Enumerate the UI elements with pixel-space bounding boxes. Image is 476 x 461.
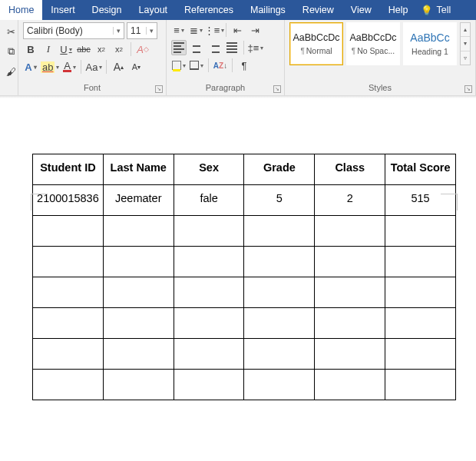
table-cell[interactable] bbox=[385, 308, 456, 339]
borders-button[interactable]: ▾ bbox=[189, 58, 204, 73]
increase-indent-button[interactable]: ⇥ bbox=[248, 22, 263, 38]
shading-button[interactable]: ▾ bbox=[171, 58, 187, 73]
table-cell[interactable] bbox=[315, 216, 385, 247]
table-cell[interactable] bbox=[33, 339, 104, 370]
align-right-button[interactable] bbox=[207, 40, 222, 55]
table-cell[interactable] bbox=[244, 216, 315, 247]
table-cell[interactable] bbox=[385, 216, 456, 247]
col-student-id[interactable]: Student ID bbox=[33, 154, 104, 185]
table-cell[interactable] bbox=[244, 370, 315, 400]
shrink-font-button[interactable]: A▾ bbox=[128, 59, 144, 75]
table-row[interactable] bbox=[33, 216, 456, 247]
table-row[interactable]: 2100015836Jeematerfale52515 bbox=[33, 185, 456, 216]
document-area[interactable]: Student ID Last Name Sex Grade Class Tot… bbox=[0, 154, 476, 400]
table-cell[interactable] bbox=[385, 339, 456, 370]
format-painter-button[interactable]: 🖌 bbox=[3, 64, 18, 79]
bullets-button[interactable]: ≡▾ bbox=[171, 22, 187, 38]
table-cell[interactable]: Jeemater bbox=[103, 185, 174, 216]
table-cell[interactable] bbox=[244, 247, 315, 277]
table-cell[interactable] bbox=[315, 247, 385, 277]
font-color-button[interactable]: A▾ bbox=[61, 59, 77, 75]
table-cell[interactable] bbox=[174, 370, 244, 400]
table-cell[interactable] bbox=[315, 308, 385, 339]
scroll-down-icon[interactable]: ▾ bbox=[461, 37, 470, 51]
tab-help[interactable]: Help bbox=[380, 0, 417, 20]
col-grade[interactable]: Grade bbox=[244, 154, 315, 185]
font-family-combo[interactable]: Calibri (Body) ▾ bbox=[23, 22, 124, 39]
col-last-name[interactable]: Last Name bbox=[103, 154, 174, 185]
decrease-indent-button[interactable]: ⇤ bbox=[230, 22, 246, 38]
tab-insert[interactable]: Insert bbox=[42, 0, 83, 20]
strikethrough-button[interactable]: abc bbox=[76, 41, 91, 57]
table-cell[interactable] bbox=[174, 277, 244, 308]
font-size-combo[interactable]: 11 ▾ bbox=[127, 22, 157, 39]
scroll-up-icon[interactable]: ▴ bbox=[461, 23, 470, 37]
grow-font-button[interactable]: A▴ bbox=[111, 59, 126, 75]
table-cell[interactable]: fale bbox=[174, 185, 244, 216]
table-cell[interactable] bbox=[103, 370, 174, 400]
clear-formatting-button[interactable]: A◇ bbox=[135, 41, 150, 57]
table-cell[interactable]: 2 bbox=[315, 185, 385, 216]
paragraph-dialog-launcher[interactable]: ↘ bbox=[273, 85, 281, 93]
line-spacing-button[interactable]: ‡≡▾ bbox=[248, 40, 263, 55]
tab-review[interactable]: Review bbox=[294, 0, 342, 20]
tab-references[interactable]: References bbox=[176, 0, 242, 20]
table-cell[interactable] bbox=[33, 308, 104, 339]
style-heading-1[interactable]: AaBbCc Heading 1 bbox=[403, 22, 457, 65]
table-row[interactable] bbox=[33, 339, 456, 370]
tab-home[interactable]: Home bbox=[0, 0, 42, 20]
col-total-score[interactable]: Total Score bbox=[385, 154, 456, 185]
style-no-spacing[interactable]: AaBbCcDc ¶No Spac... bbox=[346, 22, 400, 65]
table-cell[interactable]: 5 bbox=[244, 185, 315, 216]
highlight-button[interactable]: ab▾ bbox=[41, 59, 59, 75]
tab-view[interactable]: View bbox=[342, 0, 380, 20]
table-cell[interactable] bbox=[244, 277, 315, 308]
table-row[interactable] bbox=[33, 247, 456, 277]
table-cell[interactable] bbox=[33, 370, 104, 400]
scroll-more-icon[interactable]: ▿ bbox=[461, 51, 470, 65]
numbering-button[interactable]: ≣▾ bbox=[189, 22, 204, 38]
multilevel-button[interactable]: ⋮≡▾ bbox=[207, 22, 222, 38]
italic-button[interactable]: I bbox=[41, 41, 56, 57]
justify-button[interactable] bbox=[224, 40, 240, 55]
table-cell[interactable] bbox=[103, 216, 174, 247]
table-cell[interactable] bbox=[103, 308, 174, 339]
styles-gallery-scroll[interactable]: ▴ ▾ ▿ bbox=[460, 22, 471, 65]
copy-button[interactable]: ⧉ bbox=[3, 44, 18, 59]
table-cell[interactable] bbox=[103, 277, 174, 308]
table-cell[interactable] bbox=[315, 370, 385, 400]
student-table[interactable]: Student ID Last Name Sex Grade Class Tot… bbox=[32, 154, 456, 400]
text-effects-button[interactable]: A▾ bbox=[23, 59, 38, 75]
subscript-button[interactable]: x2 bbox=[94, 41, 109, 57]
tab-design[interactable]: Design bbox=[84, 0, 131, 20]
cut-button[interactable]: ✂ bbox=[3, 24, 18, 39]
col-class[interactable]: Class bbox=[315, 154, 385, 185]
tab-mailings[interactable]: Mailings bbox=[242, 0, 294, 20]
font-dialog-launcher[interactable]: ↘ bbox=[155, 85, 163, 93]
table-cell[interactable] bbox=[33, 277, 104, 308]
table-cell[interactable] bbox=[174, 216, 244, 247]
col-sex[interactable]: Sex bbox=[174, 154, 244, 185]
table-cell[interactable] bbox=[385, 277, 456, 308]
table-cell[interactable] bbox=[103, 339, 174, 370]
table-cell[interactable] bbox=[315, 339, 385, 370]
show-marks-button[interactable]: ¶ bbox=[236, 58, 252, 73]
table-cell[interactable] bbox=[244, 308, 315, 339]
table-cell[interactable] bbox=[174, 339, 244, 370]
align-center-button[interactable] bbox=[189, 40, 204, 55]
table-row[interactable] bbox=[33, 370, 456, 400]
tab-layout[interactable]: Layout bbox=[131, 0, 177, 20]
table-row[interactable] bbox=[33, 277, 456, 308]
align-left-button[interactable] bbox=[171, 40, 187, 55]
style-normal[interactable]: AaBbCcDc ¶Normal bbox=[289, 22, 343, 65]
superscript-button[interactable]: x2 bbox=[111, 41, 127, 57]
table-cell[interactable] bbox=[174, 308, 244, 339]
table-cell[interactable] bbox=[33, 247, 104, 277]
table-cell[interactable] bbox=[103, 247, 174, 277]
change-case-button[interactable]: Aa▾ bbox=[85, 59, 102, 75]
sort-button[interactable]: AZ↓ bbox=[213, 58, 228, 73]
bold-button[interactable]: B bbox=[23, 41, 38, 57]
styles-dialog-launcher[interactable]: ↘ bbox=[464, 85, 472, 93]
table-cell[interactable] bbox=[33, 216, 104, 247]
table-cell[interactable] bbox=[244, 339, 315, 370]
